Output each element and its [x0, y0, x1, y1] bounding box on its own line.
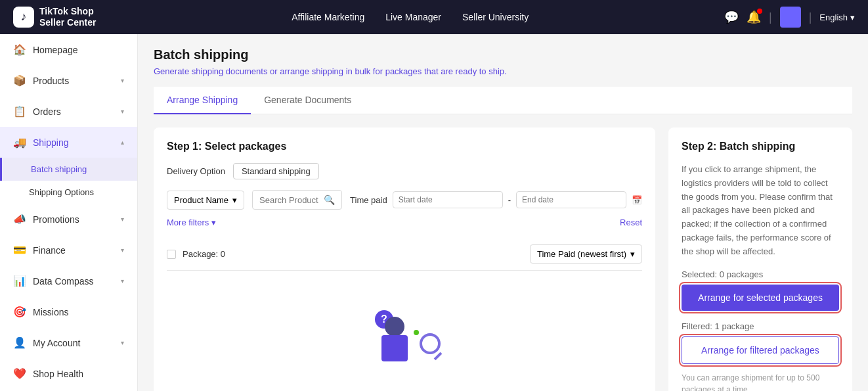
arrange-selected-button[interactable]: Arrange for selected packages: [682, 285, 839, 311]
orders-icon: 📋: [13, 105, 26, 118]
sidebar-item-data-compass[interactable]: 📊 Data Compass ▾: [0, 265, 137, 296]
chevron-down-icon: ▾: [121, 216, 124, 223]
tiktok-logo-icon: ♪: [13, 7, 34, 28]
page-wrapper: Batch shipping Generate shipping documen…: [138, 34, 868, 391]
person-body: [381, 335, 408, 361]
notification-badge: [757, 9, 762, 14]
nav-seller-university[interactable]: Seller University: [462, 12, 529, 22]
reset-button[interactable]: Reset: [620, 218, 642, 227]
step1-title: Step 1: Select packages: [167, 141, 642, 152]
chevron-down-icon: ▾: [121, 277, 124, 285]
sidebar: 🏠 Homepage 📦 Products ▾ 📋 Orders ▾ 🚚 Shi…: [0, 34, 138, 391]
end-date-input[interactable]: [516, 191, 626, 208]
tab-generate-documents[interactable]: Generate Documents: [251, 87, 364, 114]
green-dot: [414, 330, 419, 335]
products-icon: 📦: [13, 74, 26, 87]
sidebar-sub-shipping-options[interactable]: Shipping Options: [0, 181, 137, 204]
topnav-right: 💬 🔔 | | English ▾: [724, 7, 855, 28]
shipping-icon: 🚚: [13, 136, 26, 149]
delivery-option-label: Delivery Option: [167, 166, 225, 176]
main-layout: 🏠 Homepage 📦 Products ▾ 📋 Orders ▾ 🚚 Shi…: [0, 34, 868, 391]
logo[interactable]: ♪ TikTok Shop Seller Center: [13, 6, 96, 28]
chevron-up-icon: ▴: [121, 139, 124, 146]
step1-panel: Step 1: Select packages Delivery Option …: [154, 127, 655, 391]
chevron-down-icon: ▾: [121, 108, 124, 115]
chevron-down-icon: ▾: [211, 218, 216, 227]
more-filters-button[interactable]: More filters ▾: [167, 218, 216, 227]
filtered-count-label: Filtered: 1 package: [682, 321, 839, 331]
sidebar-item-missions[interactable]: 🎯 Missions: [0, 296, 137, 327]
sidebar-item-products[interactable]: 📦 Products ▾: [0, 65, 137, 96]
time-paid-filter: Time paid - 📅: [350, 191, 642, 208]
chevron-down-icon: ▾: [121, 339, 124, 346]
home-icon: 🏠: [13, 43, 26, 56]
product-search-field[interactable]: 🔍: [252, 190, 342, 210]
shop-health-icon: ❤️: [13, 367, 26, 380]
packages-row: Package: 0 Time Paid (newest first) ▾: [167, 238, 642, 271]
select-all-checkbox[interactable]: [167, 250, 176, 259]
chevron-down-icon: ▾: [630, 249, 635, 259]
page-title: Batch shipping: [154, 47, 852, 62]
sort-label: Time Paid (newest first): [537, 249, 626, 259]
sidebar-item-shop-health[interactable]: ❤️ Shop Health: [0, 358, 137, 389]
nav-divider: |: [769, 11, 772, 24]
sidebar-item-my-account[interactable]: 👤 My Account ▾: [0, 327, 137, 358]
chevron-down-icon: ▾: [121, 246, 124, 254]
account-icon: 👤: [13, 336, 26, 349]
sidebar-item-promotions[interactable]: 📣 Promotions ▾: [0, 204, 137, 235]
logo-text: TikTok Shop Seller Center: [39, 6, 96, 28]
chevron-down-icon: ▾: [232, 195, 237, 205]
page-subtitle: Generate shipping documents or arrange s…: [154, 66, 852, 76]
magnifier-icon: [420, 333, 441, 354]
nav-live-manager[interactable]: Live Manager: [385, 12, 441, 22]
product-field-selector[interactable]: Product Name ▾: [167, 191, 244, 210]
chevron-down-icon: ▾: [121, 77, 124, 84]
calendar-icon[interactable]: 📅: [632, 195, 642, 205]
page-header: Batch shipping Generate shipping documen…: [154, 47, 852, 76]
sidebar-item-homepage[interactable]: 🏠 Homepage: [0, 34, 137, 65]
nav-divider-2: |: [809, 11, 812, 24]
avatar[interactable]: [780, 7, 801, 28]
filters-row: Product Name ▾ 🔍 Time paid - 📅: [167, 190, 642, 210]
step2-panel: Step 2: Batch shipping If you click to a…: [668, 127, 852, 391]
finance-icon: 💳: [13, 244, 26, 256]
selected-count-label: Selected: 0 packages: [682, 269, 839, 279]
search-icon: 🔍: [324, 195, 335, 205]
top-navigation: ♪ TikTok Shop Seller Center Affiliate Ma…: [0, 0, 868, 34]
start-date-input[interactable]: [393, 191, 503, 208]
sidebar-sub-batch-shipping[interactable]: Batch shipping: [0, 158, 137, 181]
missions-icon: 🎯: [13, 306, 26, 318]
content-area: Step 1: Select packages Delivery Option …: [154, 127, 852, 391]
chevron-down-icon: ▾: [850, 12, 855, 22]
time-paid-label: Time paid: [350, 195, 387, 205]
page-tabs: Arrange Shipping Generate Documents: [154, 87, 852, 114]
data-compass-icon: 📊: [13, 275, 26, 287]
tab-arrange-shipping[interactable]: Arrange Shipping: [154, 87, 251, 114]
delivery-option-row: Delivery Option Standard shipping: [167, 163, 642, 179]
main-content: Batch shipping Generate shipping documen…: [138, 34, 868, 391]
sort-selector[interactable]: Time Paid (newest first) ▾: [530, 244, 642, 264]
sidebar-item-shipping[interactable]: 🚚 Shipping ▴: [0, 127, 137, 158]
chat-icon[interactable]: 💬: [724, 10, 739, 24]
search-input[interactable]: [259, 195, 320, 205]
packages-left: Package: 0: [167, 249, 225, 259]
language-selector[interactable]: English ▾: [819, 12, 855, 22]
promotions-icon: 📣: [13, 213, 26, 225]
empty-illustration: ?: [365, 310, 444, 376]
arrange-filtered-button[interactable]: Arrange for filtered packages: [682, 336, 839, 364]
step2-description: If you click to arrange shipment, the lo…: [682, 163, 839, 259]
packages-count: Package: 0: [183, 249, 225, 259]
notifications-icon[interactable]: 🔔: [747, 10, 761, 24]
more-filters-row: More filters ▾ Reset: [167, 218, 642, 227]
step2-title: Step 2: Batch shipping: [682, 141, 839, 152]
topnav-links: Affiliate Marketing Live Manager Seller …: [117, 12, 703, 22]
product-field-label: Product Name: [174, 195, 228, 205]
date-range-separator: -: [508, 195, 511, 205]
arrange-note: You can arrange shipment for up to 500 p…: [682, 372, 839, 391]
sidebar-item-orders[interactable]: 📋 Orders ▾: [0, 96, 137, 127]
person-head: [385, 317, 404, 336]
empty-state: ?: [167, 284, 642, 391]
sidebar-item-finance[interactable]: 💳 Finance ▾: [0, 235, 137, 265]
delivery-option-value: Standard shipping: [233, 163, 319, 179]
nav-affiliate-marketing[interactable]: Affiliate Marketing: [292, 12, 364, 22]
